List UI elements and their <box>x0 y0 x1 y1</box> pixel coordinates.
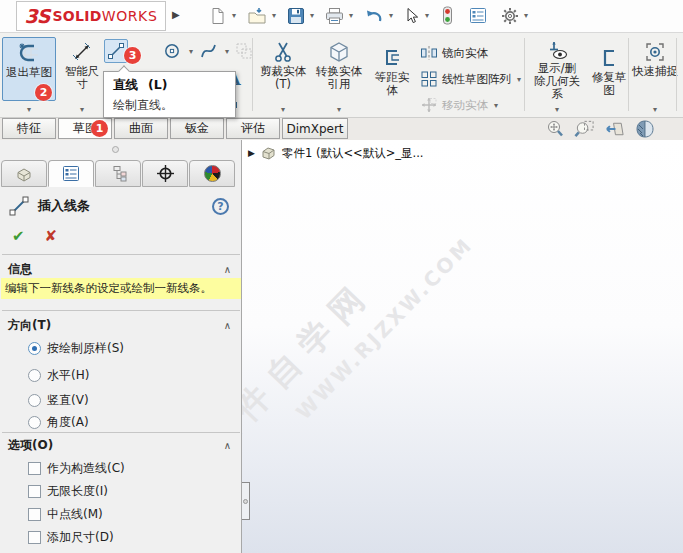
checkbox-midpoint-line[interactable]: 中点线(M) <box>28 506 103 522</box>
mirror-icon <box>420 44 438 62</box>
smart-dimension-button[interactable]: 智能尺寸 <box>60 37 104 101</box>
feature-tree-root[interactable]: 零件1 (默认<<默认>_显... <box>248 145 424 161</box>
checkbox[interactable] <box>28 462 41 475</box>
message-text: 编辑下一新线条的设定或绘制一新线条。 <box>5 281 212 296</box>
checkbox-add-dimensions[interactable]: 添加尺寸(D) <box>28 529 114 545</box>
tree-expand-arrow-icon[interactable] <box>248 148 255 158</box>
radio-button[interactable] <box>28 369 41 382</box>
open-button[interactable] <box>244 5 270 27</box>
undo-button[interactable] <box>361 5 387 27</box>
relations-dropdown[interactable] <box>530 103 584 116</box>
feature-manager-tab[interactable] <box>1 160 47 187</box>
collapse-chevron-icon[interactable] <box>224 264 231 275</box>
orientation-section-header[interactable]: 方向(T) <box>0 316 241 334</box>
display-delete-relations-button[interactable]: 显示/删除几何关系 <box>530 37 584 101</box>
panel-splitter-handle[interactable] <box>242 482 250 520</box>
spline-tool-button[interactable] <box>196 39 220 63</box>
radio-button[interactable] <box>28 416 41 429</box>
options-list-icon <box>469 7 487 24</box>
linear-pattern-caret[interactable] <box>517 75 521 84</box>
smart-dimension-dropdown[interactable] <box>60 103 104 116</box>
move-icon <box>420 96 438 114</box>
print-button[interactable] <box>322 5 347 27</box>
trim-dropdown[interactable] <box>258 103 308 116</box>
quick-snaps-button[interactable]: 快速捕捉 <box>632 37 678 101</box>
move-entities-label: 移动实体 <box>442 98 488 113</box>
save-icon <box>287 7 305 25</box>
radio-as-sketched[interactable]: 按绘制原样(S) <box>28 340 124 356</box>
offset-entities-button[interactable]: 等距实体 <box>370 43 414 107</box>
checkbox[interactable] <box>28 508 41 521</box>
new-dropdown-caret-icon[interactable] <box>232 11 236 20</box>
rebuild-button[interactable] <box>437 4 458 27</box>
save-button[interactable] <box>284 5 308 27</box>
trim-entities-button[interactable]: 剪裁实体(T) <box>258 37 308 101</box>
panel-grip-handle[interactable] <box>112 146 119 153</box>
circle-dropdown-caret[interactable] <box>184 39 196 63</box>
convert-dropdown[interactable] <box>312 103 366 116</box>
exit-sketch-dropdown[interactable] <box>2 103 56 116</box>
previous-view-button[interactable] <box>604 119 625 139</box>
quick-snaps-label: 快速捕捉 <box>632 65 678 78</box>
zoom-to-fit-button[interactable] <box>544 119 565 139</box>
open-dropdown-caret-icon[interactable] <box>272 11 276 20</box>
tab-surfaces[interactable]: 曲面 <box>114 118 168 139</box>
settings-button[interactable] <box>498 5 522 27</box>
menu-expand-arrow-icon[interactable]: ▶ <box>172 9 180 20</box>
display-manager-tab[interactable] <box>189 160 235 187</box>
dimxpert-manager-tab[interactable] <box>142 160 188 187</box>
property-manager-tab[interactable] <box>48 160 94 187</box>
solidworks-menu-button[interactable]: 3S SOLIDWORKS <box>16 1 166 31</box>
previous-view-icon <box>604 119 625 139</box>
help-button[interactable]: ? <box>212 198 229 215</box>
checkbox[interactable] <box>28 531 41 544</box>
new-document-button[interactable] <box>206 5 230 27</box>
radio-button[interactable] <box>28 394 41 407</box>
spline-dropdown-caret[interactable] <box>220 39 232 63</box>
convert-entities-button[interactable]: 转换实体引用 <box>312 37 366 101</box>
step-badge-2: 2 <box>35 84 52 101</box>
tab-sheet-metal[interactable]: 钣金 <box>170 118 224 139</box>
zoom-to-area-button[interactable] <box>574 119 595 139</box>
settings-gear-icon <box>501 7 519 25</box>
exit-sketch-icon <box>17 40 41 66</box>
collapse-chevron-icon[interactable] <box>224 440 231 451</box>
checkbox-for-construction[interactable]: 作为构造线(C) <box>28 460 125 476</box>
cancel-button[interactable] <box>45 227 58 245</box>
configuration-manager-tab[interactable] <box>95 160 141 187</box>
ok-button[interactable] <box>12 227 25 245</box>
radio-button-selected[interactable] <box>28 342 41 355</box>
dimxpert-manager-icon <box>156 164 175 183</box>
print-dropdown-caret-icon[interactable] <box>349 11 353 20</box>
mirror-entities-button[interactable]: 镜向实体 <box>420 41 488 65</box>
select-button[interactable] <box>401 5 423 27</box>
message-header-label: 信息 <box>8 261 32 278</box>
settings-dropdown-caret-icon[interactable] <box>524 11 528 20</box>
options-list-button[interactable] <box>466 5 490 26</box>
radio-vertical[interactable]: 竖直(V) <box>28 392 89 408</box>
linear-sketch-pattern-button[interactable]: 线性草图阵列 <box>420 67 521 91</box>
select-dropdown-caret-icon[interactable] <box>425 11 429 20</box>
select-cursor-icon <box>404 7 420 25</box>
checkbox[interactable] <box>28 485 41 498</box>
configuration-manager-icon <box>109 165 127 183</box>
move-entities-caret[interactable] <box>494 101 498 110</box>
section-view-button[interactable] <box>634 119 655 139</box>
checkbox-infinite-length[interactable]: 无限长度(I) <box>28 483 108 499</box>
tab-features[interactable]: 特征 <box>2 118 56 139</box>
collapse-chevron-icon[interactable] <box>224 320 231 331</box>
message-section-header[interactable]: 信息 <box>0 260 241 278</box>
graphics-area[interactable]: 软件自学网 WWW.RJZXW.COM 零件1 (默认<<默认>_显... <box>242 140 683 553</box>
undo-dropdown-caret-icon[interactable] <box>389 11 393 20</box>
options-section-header[interactable]: 选项(O) <box>0 436 241 454</box>
undo-icon <box>364 7 384 25</box>
move-entities-button-disabled[interactable]: 移动实体 <box>420 93 498 117</box>
radio-horizontal[interactable]: 水平(H) <box>28 367 89 383</box>
save-dropdown-caret-icon[interactable] <box>310 11 314 20</box>
tab-evaluate[interactable]: 评估 <box>226 118 280 139</box>
circle-tool-button[interactable] <box>160 39 184 63</box>
quick-snaps-dropdown[interactable] <box>632 103 678 116</box>
repair-sketch-button[interactable]: 修复草图 <box>588 43 630 107</box>
tab-dimxpert[interactable]: DimXpert <box>282 118 348 139</box>
radio-angle[interactable]: 角度(A) <box>28 414 89 430</box>
